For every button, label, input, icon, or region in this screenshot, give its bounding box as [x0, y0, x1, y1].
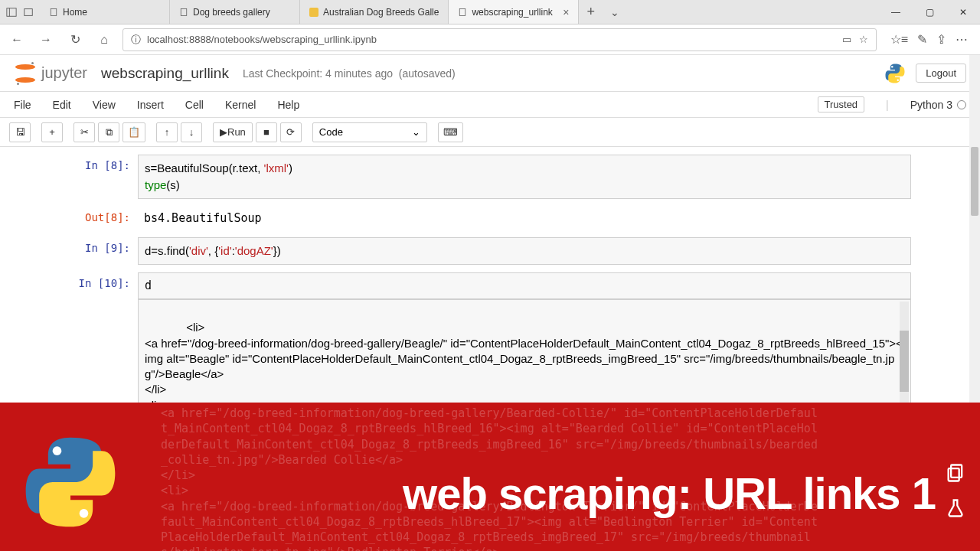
jupyter-header: jupyter webscraping_urllink Last Checkpo… — [0, 55, 980, 92]
checkpoint-text: Last Checkpoint: 4 minutes ago (autosave… — [243, 67, 456, 80]
command-palette-button[interactable]: ⌨ — [438, 122, 463, 142]
banner-title: web scraping: URL links 1 — [403, 468, 936, 519]
flask-icon — [945, 497, 966, 519]
svg-point-6 — [891, 66, 893, 68]
tab-gallery[interactable]: Dog breeds gallery — [170, 0, 300, 24]
menu-help[interactable]: Help — [277, 99, 299, 111]
reading-view-icon[interactable]: ▭ — [842, 34, 851, 45]
cell-in-9[interactable]: In [9]: d=s.find('div', {'id':'dogAZ'}) — [69, 237, 911, 265]
back-button[interactable]: ← — [6, 29, 28, 51]
move-down-button[interactable]: ↓ — [181, 122, 202, 142]
scrollbar-thumb[interactable] — [900, 331, 909, 392]
page-icon — [458, 8, 467, 17]
save-button[interactable]: 🖫 — [9, 122, 31, 142]
menu-view[interactable]: View — [93, 99, 116, 111]
python-logo-icon — [17, 429, 124, 536]
favicon-icon — [309, 8, 318, 17]
cell-type-select[interactable]: Code⌄ — [312, 122, 427, 142]
move-up-button[interactable]: ↑ — [156, 122, 178, 142]
python-icon — [884, 62, 906, 85]
sidebar-icon[interactable] — [6, 7, 17, 18]
trusted-badge[interactable]: Trusted — [818, 96, 865, 112]
prompt-in: In [10]: — [69, 272, 138, 299]
url-text: localhost:8888/notebooks/webscraping_url… — [147, 34, 377, 45]
cell-out-8: Out[8]: bs4.BeautifulSoup — [69, 207, 911, 230]
cut-button[interactable]: ✂ — [74, 122, 95, 142]
refresh-button[interactable]: ↻ — [64, 29, 86, 51]
svg-rect-2 — [24, 8, 33, 15]
tab-label: Australian Dog Breeds Galle — [323, 7, 439, 18]
notes-icon[interactable]: ✎ — [917, 32, 927, 47]
window-maximize[interactable]: ▢ — [913, 0, 946, 24]
notebook-title[interactable]: webscraping_urllink — [101, 65, 229, 82]
prompt-in: In [8]: — [69, 155, 138, 199]
menu-insert[interactable]: Insert — [137, 99, 164, 111]
page-icon — [49, 8, 58, 17]
svg-point-7 — [897, 79, 900, 81]
favorites-icon[interactable]: ☆≡ — [890, 32, 908, 47]
jupyter-logo[interactable]: jupyter — [14, 62, 87, 85]
svg-rect-8 — [951, 465, 962, 478]
scrollbar-thumb[interactable] — [971, 147, 978, 216]
copy-button[interactable]: ⧉ — [98, 122, 119, 142]
browser-tab-strip: Home Dog breeds gallery Australian Dog B… — [0, 0, 980, 24]
window-close[interactable]: ✕ — [946, 0, 980, 24]
video-overlay-banner: <a href="/dog-breed-information/dog-bree… — [0, 403, 980, 551]
svg-rect-4 — [181, 8, 187, 15]
tab-notebook[interactable]: webscraping_urllink × — [449, 0, 579, 24]
prompt-in: In [9]: — [69, 237, 138, 265]
svg-rect-5 — [460, 8, 466, 15]
page-icon — [179, 8, 188, 17]
browser-toolbar: ← → ↻ ⌂ ⓘ localhost:8888/notebooks/websc… — [0, 24, 980, 55]
run-button[interactable]: ▶ Run — [213, 122, 253, 142]
paste-button[interactable]: 📋 — [122, 122, 145, 142]
svg-point-10 — [53, 446, 62, 455]
tab-home[interactable]: Home — [40, 0, 170, 24]
menu-edit[interactable]: Edit — [53, 99, 71, 111]
cell-in-8[interactable]: In [8]: s=BeautifulSoup(r.text, 'lxml') … — [69, 155, 911, 199]
tab-australian[interactable]: Australian Dog Breeds Galle — [300, 0, 449, 24]
menu-file[interactable]: File — [14, 99, 31, 111]
copy-icon — [945, 462, 966, 484]
jupyter-toolbar: 🖫 + ✂ ⧉ 📋 ↑ ↓ ▶ Run ■ ⟳ Code⌄ ⌨ — [0, 118, 980, 147]
close-icon[interactable]: × — [563, 6, 569, 18]
home-button[interactable]: ⌂ — [93, 29, 115, 51]
interrupt-button[interactable]: ■ — [256, 122, 277, 142]
code-input[interactable]: d=s.find('div', {'id':'dogAZ'}) — [138, 237, 911, 265]
kernel-indicator[interactable]: Python 3 — [910, 99, 966, 111]
tab-label: webscraping_urllink — [472, 7, 552, 18]
tab-sidebar-icons — [0, 0, 40, 24]
reading-icon[interactable] — [23, 7, 34, 18]
tabs-menu-icon[interactable]: ⌄ — [603, 0, 627, 24]
tab-label: Dog breeds gallery — [193, 7, 270, 18]
window-minimize[interactable]: — — [879, 0, 913, 24]
svg-rect-9 — [949, 468, 959, 481]
code-input[interactable]: d — [138, 272, 911, 299]
favorite-icon[interactable]: ☆ — [859, 34, 868, 45]
address-bar[interactable]: ⓘ localhost:8888/notebooks/webscraping_u… — [122, 28, 877, 51]
share-icon[interactable]: ⇪ — [936, 32, 946, 47]
svg-rect-0 — [7, 8, 16, 16]
prompt-out: Out[8]: — [69, 207, 138, 230]
code-input[interactable]: s=BeautifulSoup(r.text, 'lxml') type(s) — [138, 155, 911, 199]
info-icon[interactable]: ⓘ — [131, 33, 141, 47]
svg-rect-3 — [51, 8, 57, 15]
menu-kernel[interactable]: Kernel — [225, 99, 256, 111]
tab-label: Home — [63, 7, 87, 18]
new-tab-button[interactable]: + — [579, 0, 603, 24]
logout-button[interactable]: Logout — [916, 64, 966, 83]
more-icon[interactable]: ⋯ — [956, 32, 968, 47]
svg-point-11 — [80, 509, 89, 518]
output-text: bs4.BeautifulSoup — [138, 207, 911, 230]
jupyter-logo-text: jupyter — [41, 64, 87, 82]
menu-bar: File Edit View Insert Cell Kernel Help T… — [0, 92, 980, 118]
add-cell-button[interactable]: + — [41, 122, 63, 142]
restart-button[interactable]: ⟳ — [280, 122, 302, 142]
cell-in-10[interactable]: In [10]: d — [69, 272, 911, 299]
forward-button[interactable]: → — [35, 29, 57, 51]
menu-cell[interactable]: Cell — [185, 99, 204, 111]
kernel-status-icon — [957, 100, 966, 109]
